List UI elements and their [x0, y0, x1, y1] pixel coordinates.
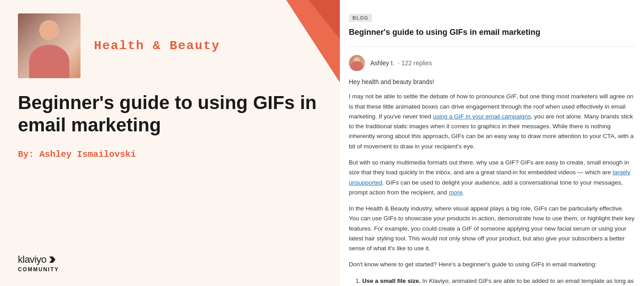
klaviyo-k-icon	[48, 256, 56, 264]
right-panel: BLOG Beginner's guide to using GIFs in e…	[340, 0, 644, 286]
right-article-title: Beginner's guide to using GIFs in email …	[349, 27, 635, 38]
left-article-title: Beginner's guide to using GIFs in email …	[18, 92, 318, 137]
community-label: COMMUNITY	[18, 266, 59, 273]
divider	[349, 46, 635, 47]
body-paragraph-2: But with so many multimedia formats out …	[349, 158, 635, 198]
author-name: Ashley I.	[370, 59, 394, 67]
replies-count: · 122 replies	[398, 59, 432, 67]
klaviyo-logo: klaviyo	[18, 254, 56, 265]
author-byline: By: Ashley Ismailovski	[18, 149, 318, 160]
more-link[interactable]: more	[449, 189, 463, 196]
top-section: Health & Beauty	[18, 13, 318, 78]
left-panel: Health & Beauty Beginner's guide to usin…	[0, 0, 340, 286]
body-paragraph-3: In the Health & Beauty industry, where v…	[349, 204, 635, 253]
author-info: Ashley I. · 122 replies	[370, 59, 432, 67]
greeting-text: Hey health and beauty brands!	[349, 78, 635, 85]
avatar	[18, 13, 80, 78]
author-section: Ashley I. · 122 replies	[349, 55, 635, 71]
body-paragraph-4: Don't know where to get started? Here's …	[349, 260, 635, 269]
category-title: Health & Beauty	[94, 39, 220, 53]
list-item-1: Use a small file size. In Klaviyo, anima…	[362, 276, 635, 286]
author-avatar-small	[349, 55, 365, 71]
klaviyo-branding: klaviyo COMMUNITY	[18, 245, 318, 273]
body-paragraph-1: I may not be able to settle the debate o…	[349, 92, 635, 151]
klaviyo-logo-text: klaviyo	[18, 254, 47, 265]
blog-badge: BLOG	[349, 14, 372, 22]
gif-campaigns-link[interactable]: using a GIF in your email campaigns	[433, 113, 531, 120]
tips-list: Use a small file size. In Klaviyo, anima…	[349, 276, 635, 286]
largely-unsupported-link[interactable]: largely unsupported	[349, 169, 631, 185]
